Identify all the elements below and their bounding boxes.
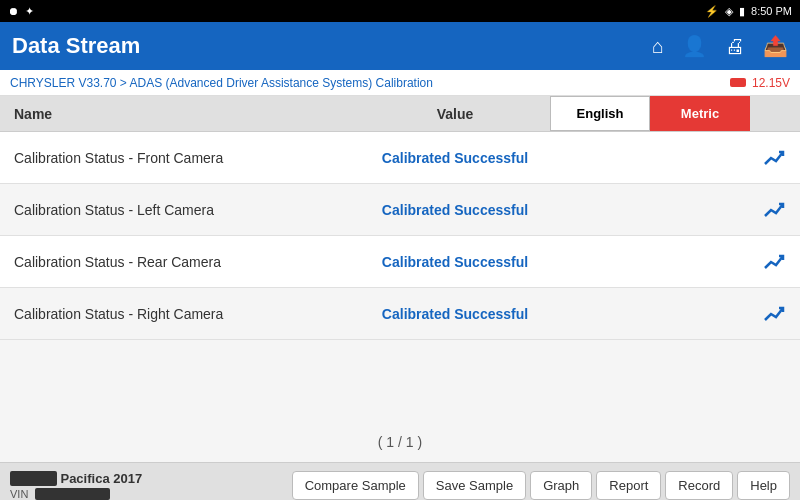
table-row: Calibration Status - Rear Camera Calibra… xyxy=(0,236,800,288)
empty-space xyxy=(0,340,800,422)
table-row: Calibration Status - Right Camera Calibr… xyxy=(0,288,800,340)
voltage-value: 12.15V xyxy=(752,76,790,90)
print-icon[interactable]: 🖨 xyxy=(725,35,745,58)
time-display: 8:50 PM xyxy=(751,5,792,17)
record-button[interactable]: Record xyxy=(665,471,733,500)
row-value-3: Calibrated Successful xyxy=(360,306,550,322)
row-trend-icon-0[interactable] xyxy=(750,148,800,168)
action-buttons: Compare Sample Save Sample Graph Report … xyxy=(292,471,790,500)
row-name-3: Calibration Status - Right Camera xyxy=(0,306,360,322)
english-button[interactable]: English xyxy=(550,96,650,131)
save-sample-button[interactable]: Save Sample xyxy=(423,471,526,500)
bluetooth-icon: ⚡ xyxy=(705,5,719,18)
report-button[interactable]: Report xyxy=(596,471,661,500)
row-value-2: Calibrated Successful xyxy=(360,254,550,270)
row-trend-icon-2[interactable] xyxy=(750,252,800,272)
breadcrumb: CHRYSLER V33.70 > ADAS (Advanced Driver … xyxy=(0,70,800,96)
android-icon: ⏺ xyxy=(8,5,19,17)
vehicle-vin: VIN xyxy=(10,488,142,500)
name-column-header: Name xyxy=(0,106,360,122)
table-row: Calibration Status - Left Camera Calibra… xyxy=(0,184,800,236)
profile-icon[interactable]: 👤 xyxy=(682,34,707,58)
row-name-2: Calibration Status - Rear Camera xyxy=(0,254,360,270)
export-icon[interactable]: 📤 xyxy=(763,34,788,58)
home-icon[interactable]: ⌂ xyxy=(652,35,664,58)
row-name-1: Calibration Status - Left Camera xyxy=(0,202,360,218)
vehicle-make-redacted xyxy=(10,471,57,486)
voltage-icon xyxy=(730,78,746,87)
vin-label: VIN xyxy=(10,488,28,500)
page-title: Data Stream xyxy=(12,33,652,59)
vehicle-model-year: Pacifica 2017 xyxy=(60,471,142,486)
graph-button[interactable]: Graph xyxy=(530,471,592,500)
voltage-display: 12.15V xyxy=(730,76,790,90)
breadcrumb-text: CHRYSLER V33.70 > ADAS (Advanced Driver … xyxy=(10,76,433,90)
table-body: Calibration Status - Front Camera Calibr… xyxy=(0,132,800,340)
row-value-0: Calibrated Successful xyxy=(360,150,550,166)
table-row: Calibration Status - Front Camera Calibr… xyxy=(0,132,800,184)
app-header: Data Stream ⌂ 👤 🖨 📤 xyxy=(0,22,800,70)
signal-icon: ✦ xyxy=(25,5,34,18)
battery-icon: ▮ xyxy=(739,5,745,18)
row-value-1: Calibrated Successful xyxy=(360,202,550,218)
vehicle-bar: Pacifica 2017 VIN Compare Sample Save Sa… xyxy=(0,462,800,500)
metric-button[interactable]: Metric xyxy=(650,96,750,131)
value-column-header: Value xyxy=(360,106,550,122)
table-header: Name Value English Metric xyxy=(0,96,800,132)
header-icons: ⌂ 👤 🖨 📤 xyxy=(652,34,788,58)
vehicle-name: Pacifica 2017 xyxy=(10,471,142,486)
row-name-0: Calibration Status - Front Camera xyxy=(0,150,360,166)
status-bar-right: ⚡ ◈ ▮ 8:50 PM xyxy=(705,5,792,18)
pagination: ( 1 / 1 ) xyxy=(0,422,800,462)
pagination-text: ( 1 / 1 ) xyxy=(378,434,422,450)
compare-sample-button[interactable]: Compare Sample xyxy=(292,471,419,500)
wifi-icon: ◈ xyxy=(725,5,733,18)
vehicle-info: Pacifica 2017 VIN xyxy=(10,471,142,500)
row-trend-icon-1[interactable] xyxy=(750,200,800,220)
status-bar-left: ⏺ ✦ xyxy=(8,5,34,18)
help-button[interactable]: Help xyxy=(737,471,790,500)
row-trend-icon-3[interactable] xyxy=(750,304,800,324)
status-bar: ⏺ ✦ ⚡ ◈ ▮ 8:50 PM xyxy=(0,0,800,22)
vin-redacted xyxy=(35,488,110,500)
